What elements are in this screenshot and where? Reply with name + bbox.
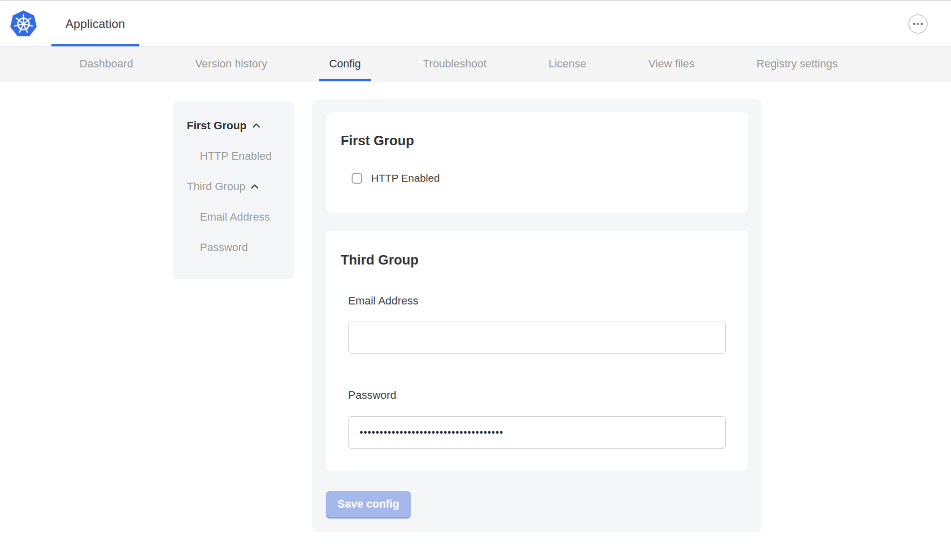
email-address-label: Email Address [348,294,733,307]
tab-config[interactable]: Config [319,46,371,81]
tab-troubleshoot[interactable]: Troubleshoot [413,46,497,81]
tab-license[interactable]: License [538,46,596,81]
tab-view-files[interactable]: View files [638,46,705,81]
config-content-panel: First Group HTTP Enabled Third Group Ema… [312,99,762,533]
group-title: Third Group [341,252,733,269]
app-logo [9,2,38,46]
app-subnav: Dashboard Version history Config Trouble… [0,46,951,81]
tab-version-history[interactable]: Version history [185,46,277,81]
group-title: First Group [341,132,733,149]
http-enabled-field: HTTP Enabled [341,172,733,184]
application-config-page: Application Dashboard Version history Co… [0,0,951,560]
password-label: Password [348,389,733,402]
chevron-up-icon [251,121,261,131]
sidebar-item-password[interactable]: Password [173,232,294,263]
http-enabled-checkbox[interactable] [352,173,362,184]
kubernetes-logo-icon [9,9,38,38]
sidebar-item-label: Third Group [187,180,245,193]
tab-application-label: Application [65,17,125,31]
sidebar-item-first-group[interactable]: First Group [173,110,294,141]
tab-application[interactable]: Application [51,2,139,46]
ellipsis-icon [913,23,916,25]
save-config-button[interactable]: Save config [326,491,411,519]
password-field: Password [341,389,733,449]
top-header: Application [0,2,951,46]
email-address-input[interactable] [348,321,726,354]
sidebar-item-label: Password [200,241,248,254]
password-input[interactable] [348,416,726,449]
ellipsis-menu-button[interactable] [909,14,928,33]
sidebar-item-label: Email Address [200,211,270,224]
sidebar-item-email-address[interactable]: Email Address [173,202,294,232]
http-enabled-label[interactable]: HTTP Enabled [371,172,440,184]
sidebar-item-third-group[interactable]: Third Group [173,171,294,202]
chevron-up-icon [250,182,260,192]
tab-dashboard[interactable]: Dashboard [69,46,143,81]
config-group-card-third: Third Group Email Address Password [326,231,748,471]
sidebar-item-label: First Group [187,119,247,132]
header-spacer [139,2,909,46]
sidebar-item-http-enabled[interactable]: HTTP Enabled [173,141,294,171]
config-group-sidebar: First Group HTTP Enabled Third Group Ema… [173,101,294,279]
sidebar-item-label: HTTP Enabled [200,150,272,163]
tab-registry-settings[interactable]: Registry settings [747,46,848,81]
config-group-card-first: First Group HTTP Enabled [326,112,748,213]
email-address-field: Email Address [341,294,733,354]
